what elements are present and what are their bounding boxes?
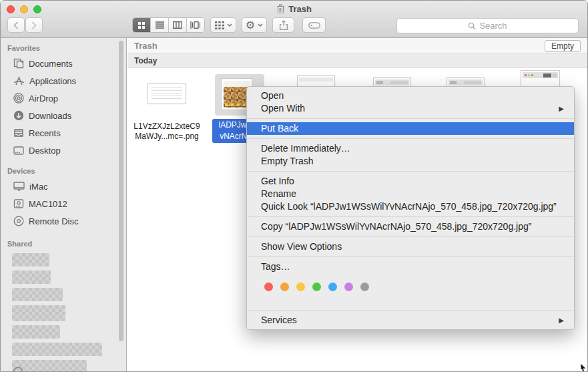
mini-zoom-dot: [531, 74, 533, 76]
file-label[interactable]: L1VzZXJzL2xteC9 MaWJy...mc=.png: [133, 122, 200, 142]
sidebar-item-mac1012[interactable]: MAC1012: [1, 195, 126, 212]
chevron-right-icon: [31, 21, 37, 29]
imac-icon: [13, 182, 25, 192]
sidebar-section-shared: Shared: [7, 240, 126, 249]
sidebar-item-recents[interactable]: Recents: [1, 124, 126, 142]
mini-close-dot: [525, 74, 527, 76]
downloads-icon: [13, 110, 24, 121]
column-view-button[interactable]: [169, 18, 187, 32]
sidebar-item-applications[interactable]: Applications: [1, 72, 126, 89]
view-mode-segmented-control: [132, 17, 205, 33]
applications-icon: [13, 76, 25, 86]
menu-separator: [247, 236, 574, 237]
sidebar-item-airdrop[interactable]: AirDrop: [1, 89, 126, 107]
tag-blue-button[interactable]: [328, 283, 337, 291]
menu-item-quick-look[interactable]: Quick Look “lADPJw1WSsWilYvNAcrNAjo_570_…: [247, 200, 574, 213]
path-title: Trash: [134, 41, 158, 51]
shared-device-icon: [13, 367, 23, 371]
tag-purple-button[interactable]: [344, 283, 353, 291]
search-placeholder: Search: [479, 21, 507, 31]
menu-separator: [247, 171, 574, 172]
grid-view-icon: [137, 21, 145, 29]
search-input[interactable]: Search: [396, 18, 579, 33]
documents-icon: [13, 58, 24, 69]
redacted-shared-item[interactable]: [12, 305, 65, 321]
menu-item-empty-trash[interactable]: Empty Trash: [247, 155, 574, 168]
tag-yellow-button[interactable]: [296, 283, 305, 291]
context-menu: Open Open With ▶ Put Back Delete Immedia…: [246, 86, 575, 330]
redacted-shared-item[interactable]: [12, 288, 63, 301]
menu-item-get-info[interactable]: Get Info: [247, 175, 574, 188]
redacted-shared-item[interactable]: [12, 253, 49, 266]
sidebar: Favorites Documents Applications AirDrop: [1, 38, 127, 371]
window-title-text: Trash: [288, 4, 312, 14]
list-view-button[interactable]: [151, 18, 169, 32]
menu-item-label: Open: [261, 90, 284, 101]
submenu-arrow-icon: ▶: [559, 314, 564, 327]
path-bar: Trash Empty: [127, 38, 587, 53]
window-header: Trash: [1, 1, 587, 38]
external-disk-icon: [13, 199, 24, 208]
menu-item-rename[interactable]: Rename: [247, 188, 574, 200]
tag-red-button[interactable]: [264, 283, 273, 291]
airdrop-icon: [13, 93, 24, 104]
empty-trash-button[interactable]: Empty: [545, 40, 581, 52]
menu-separator: [247, 216, 574, 217]
coverflow-view-button[interactable]: [187, 18, 204, 32]
back-button[interactable]: [7, 17, 25, 33]
menu-item-label: Empty Trash: [261, 156, 314, 166]
thumbnail-text-lines: [152, 87, 182, 100]
sidebar-section-devices: Devices: [7, 167, 126, 176]
tag-green-button[interactable]: [312, 283, 321, 291]
tag-gray-button[interactable]: [360, 283, 369, 291]
file-thumbnail-png[interactable]: [148, 83, 186, 104]
mouse-cursor: [578, 362, 587, 371]
menu-item-label: Tags…: [261, 261, 290, 272]
redacted-shared-item[interactable]: [12, 270, 51, 284]
redacted-shared-item[interactable]: [12, 343, 102, 356]
sidebar-item-label: iMac: [29, 182, 47, 192]
sidebar-item-label: Applications: [29, 76, 76, 86]
menu-item-label: Delete Immediately…: [261, 143, 350, 154]
sidebar-item-label: Desktop: [29, 146, 61, 156]
arrange-button[interactable]: [210, 17, 236, 33]
chevron-down-icon: [258, 23, 263, 27]
menu-item-tags[interactable]: Tags…: [247, 260, 574, 273]
file-name-line1: L1VzZXJzL2xteC9: [133, 122, 200, 132]
file-name-line2: MaWJy...mc=.png: [133, 132, 200, 142]
forward-button[interactable]: [25, 17, 43, 33]
sidebar-item-label: Documents: [29, 59, 73, 69]
icon-view-button[interactable]: [133, 18, 151, 32]
desktop-icon: [13, 146, 24, 155]
menu-item-label: Get Info: [261, 176, 294, 186]
sidebar-item-documents[interactable]: Documents: [1, 55, 126, 72]
menu-item-show-view-options[interactable]: Show View Options: [247, 240, 574, 253]
group-header-label: Today: [134, 56, 157, 65]
menu-item-delete-immediately[interactable]: Delete Immediately…: [247, 142, 574, 155]
group-by-icon: [215, 21, 224, 29]
menu-item-put-back[interactable]: Put Back: [247, 122, 574, 135]
menu-item-label: Services: [261, 315, 297, 325]
chevron-down-icon: [227, 23, 232, 27]
redacted-shared-item[interactable]: [12, 325, 60, 339]
menu-item-open[interactable]: Open: [247, 89, 574, 102]
sidebar-item-downloads[interactable]: Downloads: [1, 107, 126, 124]
redacted-shared-item[interactable]: [12, 360, 87, 371]
action-button[interactable]: ⚙: [242, 17, 267, 33]
menu-item-open-with[interactable]: Open With ▶: [247, 102, 574, 115]
menu-item-label: Copy “lADPJw1WSsWilYvNAcrNAjo_570_458.jp…: [261, 221, 531, 232]
menu-item-copy[interactable]: Copy “lADPJw1WSsWilYvNAcrNAjo_570_458.jp…: [247, 220, 574, 233]
recents-icon: [13, 128, 24, 138]
sidebar-item-remote-disc[interactable]: Remote Disc: [1, 212, 126, 230]
tag-button[interactable]: [302, 17, 326, 33]
submenu-arrow-icon: ▶: [559, 102, 564, 115]
menu-item-label: Rename: [261, 188, 296, 199]
remote-disc-icon: [13, 216, 24, 226]
sidebar-item-desktop[interactable]: Desktop: [1, 142, 126, 159]
menu-item-services[interactable]: Services ▶: [247, 314, 574, 327]
sidebar-scrollbar[interactable]: [119, 41, 123, 341]
mini-min-dot: [528, 74, 530, 76]
share-button[interactable]: [272, 17, 294, 33]
tag-orange-button[interactable]: [280, 283, 289, 291]
sidebar-item-imac[interactable]: iMac: [1, 178, 126, 195]
